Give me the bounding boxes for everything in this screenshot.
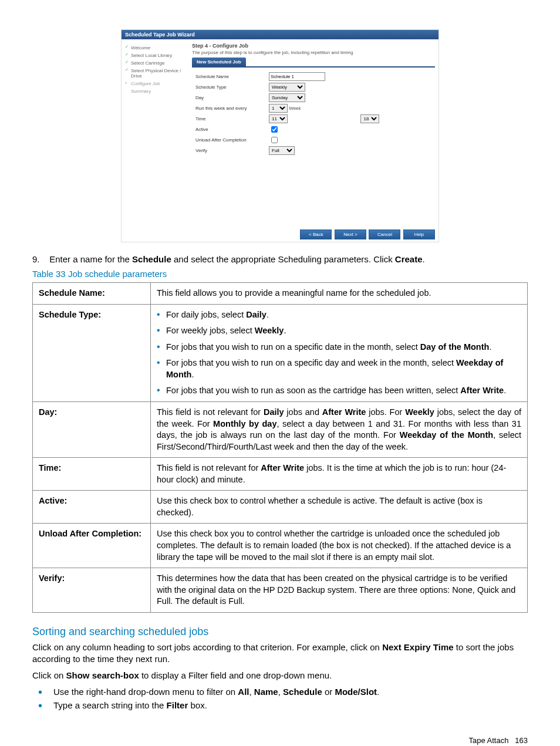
- row-verify-label: Verify:: [33, 568, 151, 613]
- row-verify-text: This determines how the data that has be…: [151, 568, 528, 613]
- row-day-label: Day:: [33, 401, 151, 457]
- paragraph-sort: Click on any column heading to sort jobs…: [32, 642, 528, 666]
- schedule-type-select[interactable]: Weekly: [269, 83, 305, 92]
- time-hour-select[interactable]: 11: [269, 114, 288, 123]
- schedule-name-input[interactable]: [269, 72, 325, 81]
- step-9-text: 9. Enter a name for the Schedule and sel…: [32, 254, 528, 264]
- page-footer: Tape Attach 163: [32, 736, 528, 745]
- time-minute-select[interactable]: 18: [360, 114, 379, 123]
- wizard-title: Scheduled Tape Job Wizard: [122, 30, 438, 39]
- wizard-step-summary: Summary: [124, 87, 190, 95]
- runevery-select[interactable]: 1: [269, 104, 288, 113]
- row-schedule-type-text: For daily jobs, select Daily. For weekly…: [151, 304, 528, 401]
- active-checkbox[interactable]: [271, 126, 278, 133]
- verify-label: Verify: [192, 148, 269, 153]
- wizard-step-configure-job: Configure Job: [124, 80, 190, 87]
- row-unload-text: Use this check box you to control whethe…: [151, 524, 528, 568]
- runevery-label: Run this week and every: [192, 106, 269, 111]
- bullet-filter-box: Type a search string into the Filter box…: [32, 700, 528, 710]
- row-active-text: Use this check box to control whether a …: [151, 491, 528, 524]
- day-label: Day: [192, 95, 269, 100]
- row-schedule-name-label: Schedule Name:: [33, 283, 151, 305]
- wizard-screenshot: Scheduled Tape Job Wizard Welcome Select…: [121, 29, 439, 242]
- back-button[interactable]: < Back: [300, 229, 332, 239]
- row-active-label: Active:: [33, 491, 151, 524]
- time-label: Time: [192, 116, 269, 121]
- wizard-step-select-cartridge: Select Cartridge: [124, 59, 190, 67]
- params-table: Schedule Name: This field allows you to …: [32, 282, 528, 613]
- row-time-text: This field is not relevant for After Wri…: [151, 458, 528, 491]
- unload-label: Unload After Completion: [192, 137, 269, 143]
- schedule-name-label: Schedule Name: [192, 74, 269, 79]
- unload-checkbox[interactable]: [271, 137, 278, 143]
- next-button[interactable]: Next >: [335, 229, 366, 239]
- row-time-label: Time:: [33, 458, 151, 491]
- bullet-filter-dropdown: Use the right-hand drop-down menu to fil…: [32, 687, 528, 697]
- wizard-form: Schedule Name Schedule Type Weekly Day S…: [192, 66, 435, 226]
- wizard-step-header: Step 4 - Configure Job: [192, 43, 435, 49]
- row-day-text: This field is not relevant for Daily job…: [151, 401, 528, 457]
- row-schedule-name-text: This field allows you to provide a meani…: [151, 283, 528, 305]
- schedule-type-label: Schedule Type: [192, 85, 269, 90]
- help-button[interactable]: Help: [403, 229, 435, 239]
- section-heading: Sorting and searching scheduled jobs: [32, 626, 528, 638]
- paragraph-searchbox: Click on Show search-box to display a Fi…: [32, 670, 528, 681]
- row-schedule-type-label: Schedule Type:: [33, 304, 151, 401]
- row-unload-label: Unload After Completion:: [33, 524, 151, 568]
- day-select[interactable]: Sunday: [269, 93, 305, 102]
- wizard-step-select-device: Select Physical Device / Drive: [124, 67, 190, 80]
- active-label: Active: [192, 127, 269, 132]
- wizard-step-description: The purpose of this step is to configure…: [192, 50, 435, 55]
- wizard-step-select-library: Select Local Library: [124, 52, 190, 59]
- wizard-tab-new-scheduled-job[interactable]: New Scheduled Job: [192, 58, 246, 66]
- wizard-sidebar: Welcome Select Local Library Select Cart…: [122, 39, 192, 229]
- cancel-button[interactable]: Cancel: [369, 229, 400, 239]
- verify-select[interactable]: Full: [269, 146, 295, 155]
- table-caption: Table 33 Job schedule parameters: [32, 269, 528, 279]
- wizard-button-bar: < Back Next > Cancel Help: [122, 229, 438, 239]
- runevery-suffix: Week: [289, 106, 301, 111]
- wizard-step-welcome: Welcome: [124, 44, 190, 52]
- doc-bullets: Use the right-hand drop-down menu to fil…: [32, 687, 528, 710]
